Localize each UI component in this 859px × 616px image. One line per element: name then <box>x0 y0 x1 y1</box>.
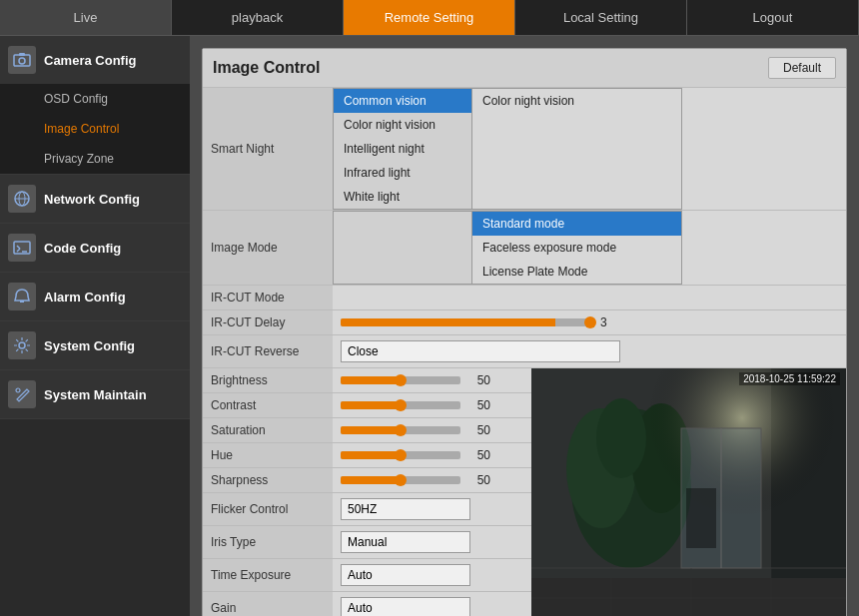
contrast-thumb <box>395 399 407 411</box>
sidebar-section-network: Network Config <box>0 175 190 224</box>
nav-tab-remote-setting[interactable]: Remote Setting <box>344 0 515 35</box>
hue-slider-row: 50 <box>341 448 523 462</box>
ircut-mode-label: IR-CUT Mode <box>203 286 333 310</box>
iris-type-select[interactable]: ManualAuto <box>341 531 470 553</box>
sharpness-track[interactable] <box>341 476 460 484</box>
gain-select[interactable]: AutoManual <box>341 597 470 616</box>
maintain-icon <box>8 380 36 408</box>
sidebar-header-maintain[interactable]: System Maintain <box>0 370 190 418</box>
default-button[interactable]: Default <box>768 57 836 79</box>
nav-tab-local-setting[interactable]: Local Setting <box>515 0 687 35</box>
option-common-vision[interactable]: Common vision <box>334 89 471 113</box>
image-mode-label: Image Mode <box>203 211 333 286</box>
nav-tab-live[interactable]: Live <box>0 0 172 35</box>
contrast-slider-row: 50 <box>341 398 523 412</box>
hue-label: Hue <box>203 443 333 468</box>
main-content: Image Control Default Smart Night Common… <box>190 36 859 616</box>
ircut-reverse-row: IR-CUT Reverse Close Open <box>203 335 846 368</box>
ircut-delay-track[interactable] <box>341 318 590 326</box>
brightness-row: Brightness 50 <box>203 368 531 393</box>
mode-standard[interactable]: Standard mode <box>472 212 681 236</box>
option-white-light[interactable]: White light <box>334 185 471 209</box>
option-intelligent-night[interactable]: Intelligent night <box>334 137 471 161</box>
smart-night-label: Smart Night <box>203 88 333 211</box>
image-control-panel: Image Control Default Smart Night Common… <box>202 48 847 616</box>
nav-tab-logout[interactable]: Logout <box>687 0 859 35</box>
panel-header: Image Control Default <box>203 49 846 88</box>
brightness-fill <box>341 376 401 384</box>
alarm-icon <box>8 283 36 310</box>
sidebar-section-system: System Config <box>0 321 190 370</box>
saturation-track[interactable] <box>341 426 460 434</box>
image-mode-dropdown-container: Standard mode Faceless exposure mode Lic… <box>333 211 846 285</box>
ircut-delay-label: IR-CUT Delay <box>203 310 333 335</box>
gain-row: Gain AutoManual <box>203 592 531 617</box>
flicker-control-row: Flicker Control 50HZ60HZDisable <box>203 493 531 526</box>
hue-track[interactable] <box>341 451 460 459</box>
ircut-mode-row: IR-CUT Mode <box>203 286 846 310</box>
system-icon <box>8 331 36 359</box>
sidebar-header-network[interactable]: Network Config <box>0 175 190 223</box>
mode-license-plate[interactable]: License Plate Mode <box>472 260 681 284</box>
ircut-delay-thumb <box>584 316 596 328</box>
sharpness-value-cell: 50 <box>333 468 531 493</box>
saturation-slider-row: 50 <box>341 423 523 437</box>
brightness-thumb <box>395 374 407 386</box>
sharpness-fill <box>341 476 401 484</box>
hue-fill <box>341 451 401 459</box>
iris-type-row: Iris Type ManualAuto <box>203 526 531 559</box>
panel-title: Image Control <box>213 59 321 77</box>
contrast-row: Contrast 50 <box>203 393 531 418</box>
image-mode-left-empty <box>333 211 472 285</box>
sidebar-header-code[interactable]: Code Config <box>0 224 190 272</box>
image-mode-value-cell: Standard mode Faceless exposure mode Lic… <box>333 211 846 286</box>
svg-rect-2 <box>19 53 25 56</box>
contrast-track[interactable] <box>341 401 460 409</box>
flicker-control-select[interactable]: 50HZ60HZDisable <box>341 498 470 520</box>
ircut-delay-row: IR-CUT Delay 3 <box>203 310 846 335</box>
code-icon <box>8 234 36 262</box>
ircut-reverse-value-cell: Close Open <box>333 335 846 368</box>
smart-night-right-value: Color night vision <box>472 88 682 210</box>
mode-faceless[interactable]: Faceless exposure mode <box>472 236 681 260</box>
sidebar-header-camera[interactable]: Camera Config <box>0 36 190 84</box>
time-exposure-label: Time Exposure <box>203 559 333 592</box>
svg-point-1 <box>19 58 25 64</box>
time-exposure-select[interactable]: AutoManual <box>341 564 470 586</box>
nav-tab-playback[interactable]: playback <box>172 0 344 35</box>
option-infrared-light[interactable]: Infrared light <box>334 161 471 185</box>
sidebar-item-privacy-zone[interactable]: Privacy Zone <box>0 144 190 174</box>
sharpness-value: 50 <box>466 473 490 487</box>
sidebar-item-osd-config[interactable]: OSD Config <box>0 84 190 114</box>
sidebar-header-system[interactable]: System Config <box>0 321 190 369</box>
ircut-delay-value-cell: 3 <box>333 310 846 335</box>
brightness-track[interactable] <box>341 376 460 384</box>
hue-row: Hue 50 <box>203 443 531 468</box>
contrast-fill <box>341 401 401 409</box>
smart-night-left-options: Common vision Color night vision Intelli… <box>333 88 472 210</box>
network-icon <box>8 185 36 213</box>
image-mode-row: Image Mode Standard mode Faceless exposu… <box>203 211 846 286</box>
saturation-row: Saturation 50 <box>203 418 531 443</box>
flicker-control-value-cell: 50HZ60HZDisable <box>333 493 531 526</box>
iris-type-value-cell: ManualAuto <box>333 526 531 559</box>
image-mode-right-options: Standard mode Faceless exposure mode Lic… <box>472 211 682 285</box>
ircut-delay-slider-container: 3 <box>341 315 838 329</box>
brightness-slider-row: 50 <box>341 373 523 387</box>
sidebar-section-maintain: System Maintain <box>0 370 190 419</box>
contrast-value-cell: 50 <box>333 393 531 418</box>
sidebar-header-alarm[interactable]: Alarm Config <box>0 273 190 320</box>
ircut-reverse-select[interactable]: Close Open <box>341 340 620 362</box>
sidebar: Camera Config OSD Config Image Control P… <box>0 36 190 616</box>
sidebar-section-camera: Camera Config OSD Config Image Control P… <box>0 36 190 175</box>
camera-timestamp: 2018-10-25 11:59:22 <box>739 372 840 385</box>
option-color-night-vision[interactable]: Color night vision <box>334 113 471 137</box>
flicker-control-label: Flicker Control <box>203 493 333 526</box>
sidebar-item-image-control[interactable]: Image Control <box>0 114 190 144</box>
settings-table: Smart Night Common vision Color night vi… <box>203 88 846 368</box>
gain-value-cell: AutoManual <box>333 592 531 617</box>
saturation-value: 50 <box>466 423 490 437</box>
sidebar-section-alarm: Alarm Config <box>0 273 190 321</box>
camera-icon <box>8 46 36 74</box>
saturation-label: Saturation <box>203 418 333 443</box>
